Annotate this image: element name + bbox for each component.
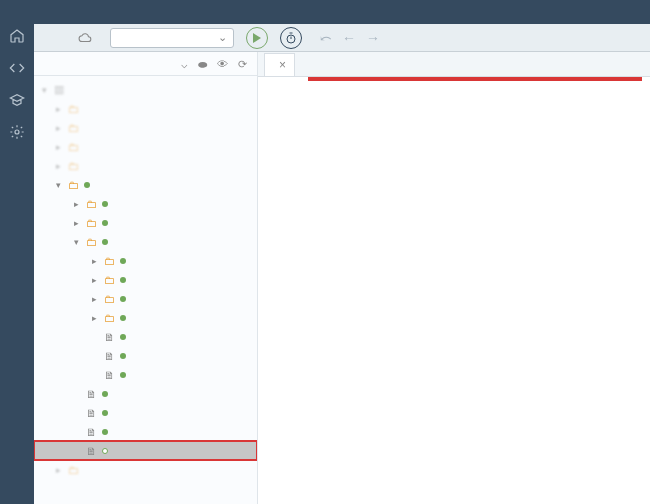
- git-dot-icon: [120, 296, 126, 302]
- tree-item[interactable]: ▸🗀: [34, 137, 257, 156]
- tab-bar: ×: [258, 52, 650, 77]
- git-dot-icon: [120, 277, 126, 283]
- refresh-icon[interactable]: ⟳: [238, 58, 247, 71]
- nav-arrows: ⤺ ← →: [320, 30, 380, 46]
- tree-folder-i18n[interactable]: ▸🗀: [34, 270, 257, 289]
- svg-point-0: [15, 130, 19, 134]
- git-dot-icon: [120, 315, 126, 321]
- tree-file-manifest[interactable]: 🗎: [34, 346, 257, 365]
- git-dot-icon: [102, 391, 108, 397]
- tree-item[interactable]: ▸🗀: [34, 99, 257, 118]
- stopwatch-icon: [285, 32, 297, 44]
- git-dot-icon: [120, 334, 126, 340]
- tree-folder-css[interactable]: ▸🗀: [34, 194, 257, 213]
- file-tree: ▾▥ ▸🗀 ▸🗀 ▸🗀 ▸🗀 ▾🗀 ▸🗀 ▸🗀 ▾🗀 ▸🗀 ▸🗀 ▸🗀 ▸🗀 🗎…: [34, 76, 257, 504]
- editor-area: ×: [258, 24, 650, 504]
- home-icon[interactable]: [9, 28, 25, 46]
- tree-file-indexhtml[interactable]: 🗎: [34, 403, 257, 422]
- tree-folder-view[interactable]: ▸🗀: [34, 308, 257, 327]
- collapse-icon[interactable]: ⌵: [181, 58, 188, 71]
- grad-icon[interactable]: [9, 92, 25, 110]
- highlight-box: [308, 77, 642, 81]
- close-icon[interactable]: ×: [279, 58, 286, 72]
- git-dot-icon: [120, 353, 126, 359]
- git-dot-icon: [120, 258, 126, 264]
- git-dot-icon: [102, 239, 108, 245]
- chevron-down-icon: ⌄: [218, 31, 227, 44]
- nav-back-icon[interactable]: ←: [342, 30, 356, 46]
- tree-item[interactable]: ▸🗀: [34, 156, 257, 175]
- cloud-icon: [78, 31, 92, 45]
- gear-icon[interactable]: [9, 124, 25, 142]
- run-config-select[interactable]: ⌄: [110, 28, 234, 48]
- workspace-root[interactable]: ▾▥: [34, 80, 257, 99]
- tree-file-xprojecthtml[interactable]: 🗎: [34, 365, 257, 384]
- activity-bar: [0, 24, 34, 504]
- save-button[interactable]: [70, 29, 104, 47]
- tree-item[interactable]: ▸🗀: [34, 118, 257, 137]
- git-dot-icon: [102, 410, 108, 416]
- git-dot-icon: [102, 220, 108, 226]
- toolbar: ⌄ ⤺ ← →: [34, 24, 650, 52]
- play-icon: [252, 33, 262, 43]
- tree-folder-images[interactable]: ▸🗀: [34, 213, 257, 232]
- tree-file-componentjs[interactable]: 🗎: [34, 327, 257, 346]
- tree-folder-model[interactable]: ▸🗀: [34, 289, 257, 308]
- tab-neoapp[interactable]: ×: [264, 53, 295, 76]
- git-dot-icon: [102, 429, 108, 435]
- tree-folder-controller[interactable]: ▸🗀: [34, 251, 257, 270]
- eye-icon[interactable]: 👁: [217, 58, 228, 71]
- sidebar: ⌄ ⤺ ← → ⌵ ⬬ 👁 ⟳ ▾▥ ▸🗀 ▸🗀 ▸🗀 ▸🗀 ▾🗀 ▸🗀: [34, 24, 258, 504]
- code-icon[interactable]: [9, 60, 25, 78]
- menu-bar: [0, 0, 650, 24]
- nav-back-branch-icon[interactable]: ⤺: [320, 30, 332, 46]
- git-dot-icon: [84, 182, 90, 188]
- code-editor[interactable]: [258, 77, 650, 504]
- link-icon[interactable]: ⬬: [198, 58, 207, 71]
- git-dot-icon: [120, 372, 126, 378]
- git-dot-icon: [102, 448, 108, 454]
- tree-item[interactable]: ▸🗀: [34, 460, 257, 479]
- run-button[interactable]: [246, 27, 268, 49]
- debug-button[interactable]: [280, 27, 302, 49]
- tree-file-logouthtml[interactable]: 🗎: [34, 422, 257, 441]
- nav-fwd-icon[interactable]: →: [366, 30, 380, 46]
- tree-folder-xproject[interactable]: ▾🗀: [34, 175, 257, 194]
- tree-file-neoapp[interactable]: 🗎: [34, 441, 257, 460]
- tree-folder-protected[interactable]: ▾🗀: [34, 232, 257, 251]
- tree-file-gitignore[interactable]: 🗎: [34, 384, 257, 403]
- tree-toolbar: ⌵ ⬬ 👁 ⟳: [34, 52, 257, 76]
- git-dot-icon: [102, 201, 108, 207]
